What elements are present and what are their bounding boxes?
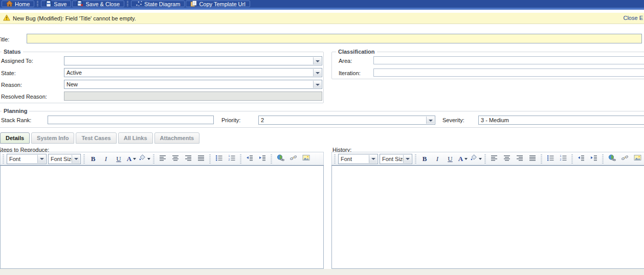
- chevron-down-icon[interactable]: [426, 117, 434, 124]
- steps-to-reproduce-content[interactable]: [0, 165, 324, 269]
- insert-link-icon: [608, 154, 616, 163]
- iteration-input[interactable]: [373, 68, 644, 77]
- area-label: Area:: [339, 58, 352, 64]
- align-center-icon: [172, 154, 179, 163]
- chevron-down-icon[interactable]: [313, 69, 321, 76]
- history-content[interactable]: [331, 165, 644, 269]
- close-errors-link[interactable]: Close E: [623, 15, 643, 21]
- font-size-select[interactable]: Font Size: [380, 154, 412, 164]
- home-button[interactable]: Home: [2, 1, 34, 7]
- chevron-down-icon[interactable]: [37, 155, 46, 163]
- justify-button[interactable]: [195, 154, 207, 164]
- chevron-down-icon[interactable]: [313, 57, 321, 64]
- remove-link-icon: [290, 154, 297, 163]
- tab-details[interactable]: Details: [0, 132, 30, 144]
- detail-tabs: Details System Info Test Cases All Links…: [0, 132, 199, 144]
- insert-image-button[interactable]: [300, 154, 312, 164]
- numbered-list-button[interactable]: 12: [558, 154, 569, 164]
- insert-link-button[interactable]: [275, 154, 286, 164]
- copy-url-icon: [190, 1, 197, 8]
- tab-all-links[interactable]: All Links: [118, 132, 153, 144]
- stack-rank-input[interactable]: [48, 116, 214, 124]
- chevron-down-icon[interactable]: [403, 155, 411, 163]
- area-input[interactable]: [373, 56, 644, 64]
- resolved-reason-input: [64, 91, 322, 101]
- indent-button[interactable]: [257, 154, 268, 164]
- numbered-list-button[interactable]: 12: [226, 154, 237, 164]
- font-family-select[interactable]: Font: [7, 154, 47, 164]
- state-value: Active: [66, 70, 312, 76]
- chevron-down-icon: [147, 158, 150, 160]
- toolbar-grip[interactable]: [571, 154, 573, 164]
- toolbar-grip[interactable]: [209, 154, 211, 164]
- bold-button[interactable]: B: [419, 154, 430, 164]
- warning-message: New Bug (Modified): Field 'Title' cannot…: [13, 15, 136, 21]
- font-size-select[interactable]: Font Size: [48, 154, 81, 164]
- chevron-down-icon[interactable]: [369, 155, 377, 163]
- chevron-down-icon: [479, 158, 482, 160]
- align-center-button[interactable]: [170, 154, 181, 164]
- state-diagram-button[interactable]: State Diagram: [131, 1, 185, 7]
- italic-button[interactable]: I: [100, 154, 112, 164]
- tab-system-info[interactable]: System Info: [31, 132, 74, 144]
- align-left-icon: [491, 154, 498, 163]
- title-label: Title:: [0, 36, 9, 42]
- justify-button[interactable]: [527, 154, 538, 164]
- toolbar-separator: [127, 1, 128, 7]
- save-close-button[interactable]: Save & Close: [72, 1, 124, 7]
- outdent-button[interactable]: [244, 154, 255, 164]
- toolbar-grip[interactable]: [240, 154, 241, 164]
- bullet-list-icon: [215, 154, 223, 163]
- reason-combo[interactable]: New: [64, 80, 322, 89]
- assigned-to-combo[interactable]: [64, 56, 322, 65]
- numbered-list-icon: 12: [228, 154, 235, 163]
- insert-image-button[interactable]: [632, 154, 643, 164]
- state-combo[interactable]: Active: [64, 68, 322, 77]
- indent-button[interactable]: [588, 154, 599, 164]
- toolbar-grip[interactable]: [83, 154, 85, 164]
- toolbar-grip[interactable]: [484, 154, 486, 164]
- toolbar-grip[interactable]: [541, 154, 542, 164]
- save-button[interactable]: Save: [41, 1, 71, 7]
- tab-attachments[interactable]: Attachments: [154, 132, 200, 144]
- highlight-color-button[interactable]: [470, 154, 482, 164]
- toolbar-grip[interactable]: [271, 154, 272, 164]
- title-input[interactable]: [27, 34, 642, 43]
- text-color-icon: A: [458, 155, 463, 163]
- insert-link-button[interactable]: [606, 154, 617, 164]
- bullet-list-button[interactable]: [213, 154, 225, 164]
- severity-combo[interactable]: 3 - Medium: [478, 116, 644, 125]
- remove-link-button[interactable]: [287, 154, 299, 164]
- align-center-button[interactable]: [501, 154, 513, 164]
- text-color-button[interactable]: A: [457, 154, 469, 164]
- chevron-down-icon[interactable]: [72, 155, 80, 163]
- bold-button[interactable]: B: [87, 154, 99, 164]
- toolbar-grip[interactable]: [3, 154, 4, 164]
- toolbar-grip[interactable]: [415, 154, 416, 164]
- chevron-down-icon[interactable]: [313, 81, 321, 88]
- underline-button[interactable]: U: [445, 154, 456, 164]
- align-left-button[interactable]: [488, 154, 500, 164]
- state-label: State:: [1, 70, 16, 76]
- italic-button[interactable]: I: [432, 154, 443, 164]
- toolbar-grip[interactable]: [153, 154, 154, 164]
- align-left-button[interactable]: [157, 154, 168, 164]
- remove-link-button[interactable]: [619, 154, 630, 164]
- align-right-button[interactable]: [183, 154, 194, 164]
- underline-button[interactable]: U: [113, 154, 124, 164]
- priority-combo[interactable]: 2: [258, 116, 435, 125]
- state-diagram-icon: [136, 1, 142, 8]
- classification-legend: Classification: [336, 49, 377, 55]
- align-right-button[interactable]: [514, 154, 525, 164]
- richtext-toolbar: Font Font Size B I U A 12: [331, 152, 644, 165]
- bullet-list-button[interactable]: [545, 154, 556, 164]
- toolbar-grip[interactable]: [334, 154, 336, 164]
- bullet-list-icon: [547, 154, 554, 163]
- outdent-button[interactable]: [575, 154, 587, 164]
- highlight-color-button[interactable]: [139, 154, 150, 164]
- copy-template-url-button[interactable]: Copy Template Url: [186, 1, 250, 7]
- font-family-select[interactable]: Font: [338, 154, 378, 164]
- text-color-button[interactable]: A: [126, 154, 137, 164]
- toolbar-grip[interactable]: [602, 154, 604, 164]
- tab-test-cases[interactable]: Test Cases: [76, 132, 116, 144]
